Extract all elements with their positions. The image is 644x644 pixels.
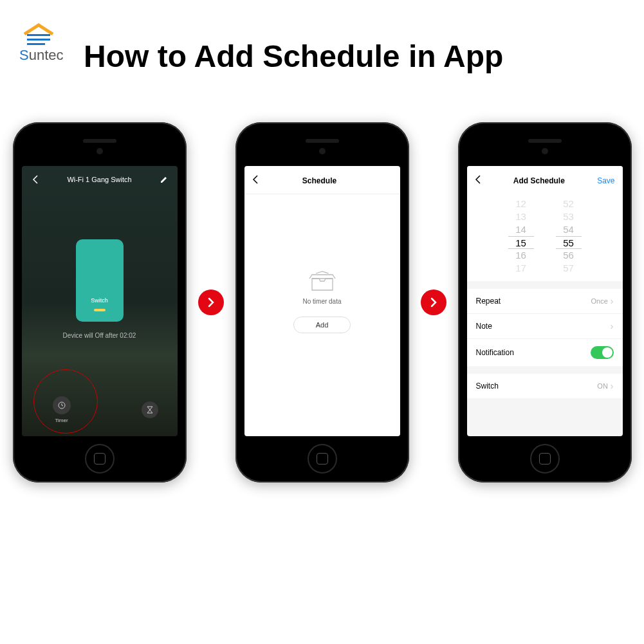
empty-text: No timer data xyxy=(302,298,341,305)
s1-header: Wi-Fi 1 Gang Switch xyxy=(22,166,178,190)
phone-2: Schedule No timer data Add xyxy=(235,122,409,483)
s2-empty-state: No timer data Add xyxy=(244,194,400,436)
brand-name: Suntec xyxy=(19,47,64,64)
time-picker[interactable]: 12 13 14 15 16 17 52 53 54 55 56 57 xyxy=(467,194,623,281)
phones-row: Wi-Fi 1 Gang Switch Switch Device will O… xyxy=(0,122,644,483)
chevron-right-icon: › xyxy=(611,381,614,391)
switch-tile-label: Switch xyxy=(91,297,108,304)
repeat-label: Repeat xyxy=(476,297,501,306)
repeat-value: Once xyxy=(591,297,608,305)
switch-value: ON xyxy=(597,382,608,390)
notification-label: Notification xyxy=(476,348,514,357)
timer-button[interactable]: Timer xyxy=(53,396,71,423)
logo-house-icon xyxy=(19,23,58,48)
note-label: Note xyxy=(476,322,492,331)
switch-row-label: Switch xyxy=(476,382,499,391)
home-button[interactable] xyxy=(308,444,337,474)
switch-row[interactable]: Switch ON › xyxy=(467,374,623,398)
notification-row[interactable]: Notification xyxy=(467,339,623,366)
back-button[interactable] xyxy=(252,175,259,186)
screen-device-control: Wi-Fi 1 Gang Switch Switch Device will O… xyxy=(22,166,178,436)
save-button[interactable]: Save xyxy=(597,176,614,185)
chevron-right-icon xyxy=(206,297,216,308)
hourglass-button[interactable] xyxy=(142,401,158,418)
step-arrow-2 xyxy=(421,290,446,315)
minute-column[interactable]: 52 53 54 55 56 57 xyxy=(556,198,582,275)
hourglass-icon xyxy=(147,406,153,414)
s3-title: Add Schedule xyxy=(513,176,565,185)
s3-header: Add Schedule Save xyxy=(467,166,623,194)
phone-1: Wi-Fi 1 Gang Switch Switch Device will O… xyxy=(13,122,187,483)
notification-toggle[interactable] xyxy=(591,346,614,359)
screen-add-schedule: Add Schedule Save 12 13 14 15 16 17 52 5… xyxy=(467,166,623,436)
repeat-row[interactable]: Repeat Once › xyxy=(467,289,623,314)
switch-indicator xyxy=(94,309,106,311)
switch-tile[interactable]: Switch xyxy=(76,239,124,322)
svg-rect-1 xyxy=(27,39,50,41)
home-button[interactable] xyxy=(530,444,560,474)
chevron-right-icon: › xyxy=(611,321,614,331)
clock-icon xyxy=(53,396,71,414)
s1-title: Wi-Fi 1 Gang Switch xyxy=(67,176,131,183)
settings-group-1: Repeat Once › Note › Notification xyxy=(467,289,623,366)
timer-label: Timer xyxy=(55,418,68,423)
home-button[interactable] xyxy=(85,444,115,474)
phone-3: Add Schedule Save 12 13 14 15 16 17 52 5… xyxy=(458,122,632,483)
empty-box-icon xyxy=(308,272,336,291)
s2-header: Schedule xyxy=(244,166,400,194)
back-button[interactable] xyxy=(475,175,481,186)
chevron-right-icon xyxy=(428,297,439,308)
add-button[interactable]: Add xyxy=(293,317,351,333)
screen-schedule-empty: Schedule No timer data Add xyxy=(244,166,400,436)
svg-rect-2 xyxy=(27,43,45,45)
back-button[interactable] xyxy=(30,175,41,184)
s2-title: Schedule xyxy=(302,176,336,185)
hour-column[interactable]: 12 13 14 15 16 17 xyxy=(508,198,534,275)
step-arrow-1 xyxy=(198,290,224,315)
chevron-right-icon: › xyxy=(611,296,614,306)
svg-rect-0 xyxy=(27,34,50,36)
brand-logo: Suntec xyxy=(19,23,64,64)
note-row[interactable]: Note › xyxy=(467,314,623,339)
edit-button[interactable] xyxy=(158,176,170,183)
s1-footer: Timer xyxy=(22,387,178,436)
page-title: How to Add Schedule in App xyxy=(84,39,503,74)
device-status-message: Device will Off after 02:02 xyxy=(22,332,178,339)
settings-group-2: Switch ON › xyxy=(467,374,623,398)
